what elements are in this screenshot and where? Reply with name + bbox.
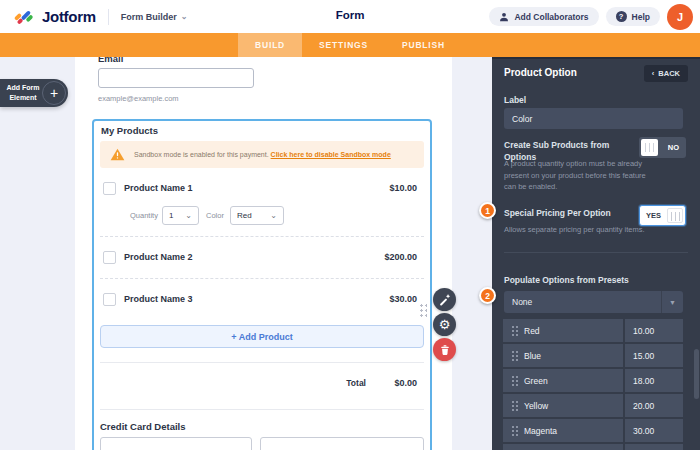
option-name: Green [524, 376, 548, 386]
avatar[interactable]: J [667, 4, 693, 30]
drag-handle[interactable] [511, 325, 518, 336]
header-right: Add Collaborators ? Help J [489, 0, 693, 33]
credit-card-number-input[interactable] [100, 437, 252, 450]
jotform-form-builder: Jotform Form Builder ⌄ Form Add Collabor… [0, 0, 700, 450]
drag-handle[interactable] [511, 350, 518, 361]
option-price: 30.00 [625, 419, 683, 442]
step-badge-1: 1 [479, 202, 496, 219]
drag-handle[interactable] [511, 400, 518, 411]
dropdown-caret-icon: ▼ [661, 291, 683, 313]
drag-handle[interactable] [511, 375, 518, 386]
add-product-button[interactable]: + Add Product [100, 325, 424, 348]
question-mark-icon: ? [616, 11, 627, 22]
color-select[interactable]: Red ⌄ [230, 206, 284, 225]
total-value: $0.00 [394, 378, 417, 388]
option-name: Blue [524, 351, 541, 361]
add-form-element-button[interactable]: Add Form Element + [0, 79, 68, 107]
special-pricing-help: Allows separate pricing per quantity ite… [504, 224, 669, 236]
top-header: Jotform Form Builder ⌄ Form Add Collabor… [0, 0, 700, 33]
chevron-down-icon: ⌄ [270, 211, 277, 220]
product-3-name: Product Name 3 [124, 294, 193, 304]
toggle-state-label: YES [646, 206, 661, 225]
tab-publish[interactable]: PUBLISH [385, 33, 462, 57]
panel-scrollbar[interactable] [694, 349, 699, 399]
panel-title: Product Option [504, 67, 577, 78]
option-row[interactable]: Blue 15.00 [503, 344, 683, 367]
add-collaborators-button[interactable]: Add Collaborators [489, 7, 598, 26]
back-chevron-icon: ‹ [652, 69, 655, 78]
product-3-checkbox[interactable] [103, 293, 116, 306]
sub-products-toggle[interactable]: NO [639, 137, 686, 158]
sandbox-warning-text: Sandbox mode is enabled for this payment… [134, 151, 391, 158]
option-row[interactable]: Red 10.00 [503, 319, 683, 342]
option-row[interactable]: Green 18.00 [503, 369, 683, 392]
back-button[interactable]: ‹ BACK [644, 65, 688, 82]
divider [100, 278, 424, 279]
help-label: Help [632, 12, 650, 22]
label-input[interactable]: Color [504, 108, 683, 129]
quantity-select[interactable]: 1 ⌄ [162, 206, 199, 225]
chevron-down-icon: ⌄ [185, 211, 192, 220]
email-field-label: Email [98, 57, 123, 64]
divider [100, 409, 424, 410]
magic-wand-button[interactable] [433, 288, 456, 311]
settings-button[interactable]: ⚙ [433, 313, 456, 336]
brand-name[interactable]: Jotform [42, 8, 96, 25]
help-button[interactable]: ? Help [606, 7, 660, 26]
gear-icon: ⚙ [439, 318, 451, 331]
presets-label: Populate Options from Presets [504, 275, 629, 285]
product-3-price: $30.00 [389, 294, 417, 304]
toggle-knob [667, 208, 683, 223]
person-icon [499, 12, 509, 22]
presets-value: None [512, 297, 532, 307]
jotform-logo-icon[interactable] [14, 7, 34, 27]
step-badge-2: 2 [479, 287, 496, 304]
delete-button[interactable] [433, 338, 456, 361]
disable-sandbox-link[interactable]: Click here to disable Sandbox mode [271, 151, 391, 158]
email-field-sublabel: example@example.com [98, 94, 179, 103]
option-name: Yellow [524, 401, 548, 411]
tab-build[interactable]: BUILD [238, 33, 302, 57]
color-value: Red [237, 211, 252, 220]
trash-icon [439, 344, 451, 356]
divider [504, 252, 688, 253]
option-row-partial[interactable] [503, 444, 683, 450]
quantity-value: 1 [169, 211, 173, 220]
option-name: Red [524, 326, 540, 336]
special-pricing-toggle[interactable]: YES [639, 205, 686, 226]
form-builder-label: Form Builder [121, 12, 177, 22]
products-payment-element[interactable]: My Products Sandbox mode is enabled for … [92, 119, 432, 450]
total-label: Total [346, 378, 366, 388]
form-builder-switcher[interactable]: Form Builder ⌄ [121, 12, 188, 22]
product-1-price: $10.00 [389, 183, 417, 193]
special-pricing-label: Special Pricing Per Option [504, 208, 634, 218]
credit-card-expiry-input[interactable] [260, 437, 424, 450]
option-price: 10.00 [625, 319, 683, 342]
product-2-checkbox[interactable] [103, 251, 116, 264]
sandbox-warning: Sandbox mode is enabled for this payment… [100, 141, 424, 168]
chevron-down-icon: ⌄ [181, 12, 188, 21]
option-price: 15.00 [625, 344, 683, 367]
tab-settings[interactable]: SETTINGS [302, 33, 385, 57]
divider [100, 362, 424, 363]
sub-products-help: A product quantity option must be alread… [504, 158, 646, 193]
add-collaborators-label: Add Collaborators [514, 12, 588, 22]
product-2-name: Product Name 2 [124, 252, 193, 262]
option-price: 20.00 [625, 394, 683, 417]
presets-dropdown[interactable]: None ▼ [504, 291, 683, 313]
option-row[interactable]: Magenta 30.00 [503, 419, 683, 442]
header-divider [108, 9, 109, 25]
toggle-state-label: NO [668, 137, 679, 158]
toggle-knob [641, 139, 658, 156]
email-input[interactable] [98, 68, 254, 88]
option-row[interactable]: Yellow 20.00 [503, 394, 683, 417]
drag-handle[interactable] [511, 425, 518, 436]
add-form-element-label: Add Form Element [3, 83, 43, 103]
form-canvas: Email example@example.com My Products Sa… [75, 57, 452, 450]
drag-handle[interactable] [419, 303, 427, 318]
product-2-price: $200.00 [384, 252, 417, 262]
magic-wand-icon [438, 293, 451, 306]
option-list: Red 10.00 Blue 15.00 Green 18.00 Yellow … [503, 319, 683, 450]
product-1-checkbox[interactable] [103, 182, 116, 195]
warning-triangle-icon [110, 148, 125, 161]
